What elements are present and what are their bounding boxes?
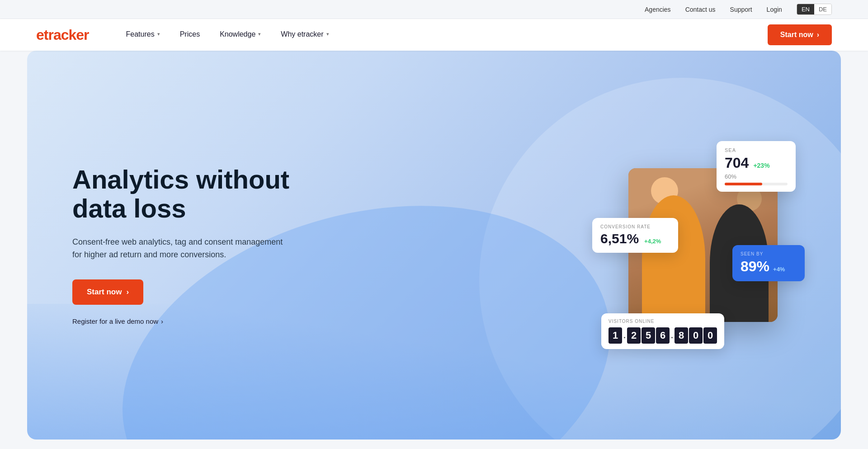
nav-knowledge[interactable]: Knowledge ▾: [210, 19, 271, 51]
counter-digit: 5: [642, 327, 655, 344]
hero-cta-label: Start now: [87, 288, 122, 297]
contact-link[interactable]: Contact us: [685, 6, 716, 13]
hero-content: Analytics without data loss Consent-free…: [27, 129, 344, 361]
sea-progress-bar: [725, 183, 788, 185]
counter-digit: 8: [675, 327, 688, 344]
top-bar: Agencies Contact us Support Login EN DE: [0, 0, 868, 19]
login-link[interactable]: Login: [767, 6, 782, 13]
seen-value-row: 89% +4%: [741, 258, 797, 275]
sea-value-row: 704 +23%: [725, 155, 788, 171]
logo[interactable]: etracker: [36, 27, 89, 43]
nav-start-now-button[interactable]: Start now ›: [768, 24, 832, 45]
sea-percent: 60%: [725, 173, 788, 180]
agencies-link[interactable]: Agencies: [645, 6, 671, 13]
counter-separator: .: [623, 331, 626, 340]
nav-links: Features ▾ Prices Knowledge ▾ Why etrack…: [116, 19, 768, 51]
conversion-widget: CONVERSION RATE 6,51% +4,2%: [592, 218, 678, 253]
hero-visual: SEA 704 +23% 60% CONVERSION RATE 6,51% +…: [606, 141, 796, 349]
prices-label: Prices: [180, 30, 200, 38]
sea-progress-fill: [725, 183, 762, 185]
sea-change: +23%: [753, 162, 769, 169]
hero-section: Analytics without data loss Consent-free…: [27, 51, 841, 440]
main-navbar: etracker Features ▾ Prices Knowledge ▾ W…: [0, 19, 868, 51]
sea-value: 704: [725, 155, 749, 171]
counter-digit: 6: [656, 327, 670, 344]
hero-demo-label: Register for a live demo now: [72, 317, 158, 325]
sea-widget: SEA 704 +23% 60%: [717, 141, 796, 192]
hero-subtitle: Consent-free web analytics, tag and cons…: [72, 236, 289, 262]
hero-title: Analytics without data loss: [72, 165, 298, 223]
seen-change: +4%: [773, 266, 785, 273]
features-label: Features: [126, 30, 155, 38]
features-chevron-icon: ▾: [157, 31, 160, 37]
lang-switcher: EN DE: [797, 4, 832, 15]
conversion-value-row: 6,51% +4,2%: [600, 231, 670, 246]
hero-demo-arrow-icon: ›: [161, 317, 163, 325]
seen-label: SEEN BY: [741, 251, 797, 256]
hero-demo-link[interactable]: Register for a live demo now ›: [72, 317, 298, 325]
knowledge-chevron-icon: ▾: [258, 31, 261, 37]
nav-cta-area: Start now ›: [768, 24, 832, 45]
nav-features[interactable]: Features ▾: [116, 19, 170, 51]
visitors-label: VISITORS ONLINE: [609, 319, 717, 324]
conversion-change: +4,2%: [644, 238, 661, 245]
lang-en-button[interactable]: EN: [797, 4, 814, 14]
conversion-label: CONVERSION RATE: [600, 224, 670, 229]
seen-widget: SEEN BY 89% +4%: [732, 245, 805, 281]
visitors-widget: VISITORS ONLINE 1.256.800: [601, 313, 724, 349]
why-chevron-icon: ▾: [326, 31, 329, 37]
counter-separator: .: [670, 331, 674, 340]
nav-why-etracker[interactable]: Why etracker ▾: [271, 19, 339, 51]
seen-value: 89%: [741, 258, 769, 275]
conversion-value: 6,51%: [600, 231, 639, 246]
counter-digit: 0: [703, 327, 717, 344]
nav-cta-arrow-icon: ›: [817, 31, 819, 39]
sea-label: SEA: [725, 147, 788, 153]
counter-digit: 1: [609, 327, 622, 344]
visitors-counter: 1.256.800: [609, 327, 717, 344]
counter-digit: 0: [689, 327, 703, 344]
nav-prices[interactable]: Prices: [170, 19, 210, 51]
hero-cta-arrow-icon: ›: [126, 288, 129, 297]
knowledge-label: Knowledge: [220, 30, 255, 38]
lang-de-button[interactable]: DE: [814, 4, 831, 14]
why-label: Why etracker: [281, 30, 323, 38]
support-link[interactable]: Support: [730, 6, 752, 13]
person1-body: [642, 195, 705, 322]
hero-start-now-button[interactable]: Start now ›: [72, 279, 143, 305]
nav-cta-label: Start now: [780, 31, 813, 39]
counter-digit: 2: [627, 327, 641, 344]
